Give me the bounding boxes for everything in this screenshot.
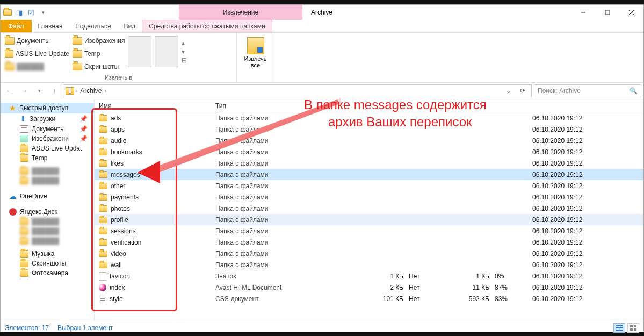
file-row-ads[interactable]: adsПапка с файлами06.10.2020 19:12 (95, 112, 643, 124)
svg-rect-10 (630, 325, 633, 327)
dest-scroll-up-icon[interactable]: ▴ (182, 39, 187, 47)
file-row-wall[interactable]: wallПапка с файлами06.10.2020 19:12 (95, 259, 643, 270)
nav-onedrive[interactable]: ☁OneDrive (1, 191, 94, 202)
search-placeholder: Поиск: Archive (538, 87, 581, 95)
ribbon-group-extract-all: Извлечь все (237, 33, 274, 82)
tab-share[interactable]: Поделиться (69, 20, 117, 32)
nav-item-Музыка[interactable]: Музыка (1, 249, 94, 259)
search-input[interactable]: Поиск: Archive 🔍 (534, 84, 641, 97)
file-row-messages[interactable]: messagesПапка с файлами06.10.2020 19:12 (95, 169, 643, 180)
folder-icon (99, 171, 107, 178)
tab-file[interactable]: Файл (1, 20, 32, 32)
refresh-icon[interactable]: ⟳ (516, 84, 529, 97)
folder-icon (99, 183, 107, 189)
file-row-index[interactable]: indexAvast HTML Document2 КБНет11 КБ87%0… (95, 282, 643, 293)
file-row-other[interactable]: otherПапка с файлами06.10.2020 19:12 (95, 180, 643, 191)
svg-rect-1 (605, 10, 610, 15)
nav-blurred-item[interactable]: ██████ (1, 226, 94, 236)
file-row-profile[interactable]: profileПапка с файлами06.10.2020 19:12 (95, 214, 643, 225)
folder-icon (20, 260, 28, 267)
file-list: Имя Тип adsПапка с файлами06.10.2020 19:… (95, 99, 643, 321)
file-row-verification[interactable]: verificationПапка с файлами06.10.2020 19… (95, 237, 643, 248)
contextual-tab-title: Извлечение (179, 5, 302, 20)
nav-item-Скриншоты[interactable]: Скриншоты (1, 259, 94, 268)
qat-newfolder-icon[interactable]: ☑ (26, 8, 36, 17)
file-row-apps[interactable]: appsПапка с файлами06.10.2020 19:12 (95, 124, 643, 135)
folder-icon (99, 251, 107, 257)
file-row-payments[interactable]: paymentsПапка с файлами06.10.2020 19:12 (95, 191, 643, 203)
nav-item-изображени[interactable]: Изображени📌 (1, 134, 94, 144)
nav-blurred-item[interactable]: ██████ (1, 217, 94, 226)
status-bar: Элементов: 17 Выбран 1 элемент (1, 321, 643, 334)
nav-blurred-item[interactable]: ██████ (1, 166, 94, 176)
nav-item-temp[interactable]: Temp (1, 153, 94, 163)
ribbon-body: Документы ASUS Live Update ██████ Изобра… (1, 33, 643, 82)
file-row-audio[interactable]: audioПапка с файлами06.10.2020 19:12 (95, 135, 643, 146)
folder-icon (99, 160, 107, 167)
maximize-button[interactable] (595, 5, 619, 20)
folder-icon (20, 269, 28, 277)
col-header-type[interactable]: Тип (215, 102, 360, 110)
nav-item-загрузки[interactable]: ⬇Загрузки📌 (1, 113, 94, 124)
file-row-likes[interactable]: likesПапка с файлами06.10.2020 19:12 (95, 158, 643, 169)
yandex-disk-icon (9, 208, 17, 216)
nav-blurred-item[interactable]: ██████ (1, 176, 94, 185)
nav-item-документы[interactable]: Документы📌 (1, 124, 94, 134)
navigation-pane: ★ Быстрый доступ ⬇Загрузки📌Документы📌Изо… (1, 99, 95, 321)
dest-images[interactable]: Изображения (73, 35, 125, 47)
nav-up-button[interactable]: ↑ (48, 84, 61, 97)
file-row-sessions[interactable]: sessionsПапка с файлами06.10.2020 19:12 (95, 225, 643, 237)
close-button[interactable] (619, 5, 643, 20)
tab-compressed-tools[interactable]: Средства работы со сжатыми папками (142, 20, 272, 32)
nav-item-asus live updat[interactable]: ASUS Live Updat (1, 144, 94, 153)
nav-blurred-item[interactable]: ██████ (1, 236, 94, 246)
view-icons-button[interactable] (627, 323, 639, 333)
dest-temp[interactable]: Temp (73, 48, 125, 60)
file-row-video[interactable]: videoПапка с файлами06.10.2020 19:12 (95, 248, 643, 259)
nav-back-button[interactable]: ← (3, 84, 16, 97)
extract-all-button[interactable]: Извлечь все (241, 35, 270, 70)
pin-icon: 📌 (79, 115, 91, 123)
ribbon-group-extract-to: Документы ASUS Live Update ██████ Изобра… (1, 33, 237, 82)
dest-more-icon[interactable]: ⊟ (182, 56, 187, 64)
tab-home[interactable]: Главная (32, 20, 69, 32)
ribbon-group-label: Извлечь в (1, 74, 236, 81)
view-details-button[interactable] (613, 323, 625, 333)
folder-icon (99, 115, 107, 121)
folder-icon (20, 145, 28, 152)
nav-quick-access[interactable]: ★ Быстрый доступ (1, 103, 94, 113)
extract-all-icon (247, 37, 264, 54)
dest-documents[interactable]: Документы (5, 35, 69, 47)
address-bar[interactable]: › Archive › ⌄ ⟳ (63, 84, 532, 97)
qat-properties-icon[interactable]: ◨ (15, 8, 24, 17)
chevron-right-icon[interactable]: › (105, 88, 106, 94)
tab-view[interactable]: Вид (117, 20, 142, 32)
file-row-style[interactable]: styleCSS-документ101 КБНет592 КБ83%06.10… (95, 293, 643, 304)
dest-asus[interactable]: ASUS Live Update (5, 48, 69, 60)
nav-history-chevron-icon[interactable]: ▾ (33, 84, 46, 97)
dest-thumb[interactable] (155, 36, 178, 67)
minimize-button[interactable] (571, 5, 595, 20)
nav-yandex-disk[interactable]: Яндекс.Диск (1, 207, 94, 217)
file-row-bookmarks[interactable]: bookmarksПапка с файлами06.10.2020 19:12 (95, 146, 643, 158)
pictures-icon (20, 135, 28, 142)
file-row-photos[interactable]: photosПапка с файлами06.10.2020 19:12 (95, 203, 643, 214)
explorer-window: ◨ ☑ ▾ Извлечение Archive Файл Главная По… (0, 4, 644, 332)
breadcrumb-archive[interactable]: Archive (78, 87, 104, 95)
file-icon (99, 272, 106, 281)
nav-forward-button[interactable]: → (18, 84, 31, 97)
status-count: Элементов: 17 (5, 324, 49, 332)
pin-icon: 📌 (79, 125, 91, 133)
dest-blurred[interactable]: ██████ (5, 61, 69, 73)
qat-menu-chevron-icon[interactable]: ▾ (38, 8, 48, 17)
window-title: Archive (302, 5, 571, 20)
folder-icon (99, 149, 107, 155)
chevron-right-icon[interactable]: › (75, 88, 77, 94)
nav-item-Фотокамера[interactable]: Фотокамера (1, 268, 94, 278)
address-dropdown-icon[interactable]: ⌄ (502, 84, 515, 97)
file-row-favicon[interactable]: faviconЗначок1 КБНет1 КБ0%06.10.2020 19:… (95, 270, 643, 282)
col-header-name[interactable]: Имя (95, 102, 215, 110)
dest-screenshots[interactable]: Скриншоты (73, 61, 125, 73)
dest-thumb[interactable] (128, 36, 151, 67)
dest-scroll-down-icon[interactable]: ▾ (182, 48, 187, 55)
